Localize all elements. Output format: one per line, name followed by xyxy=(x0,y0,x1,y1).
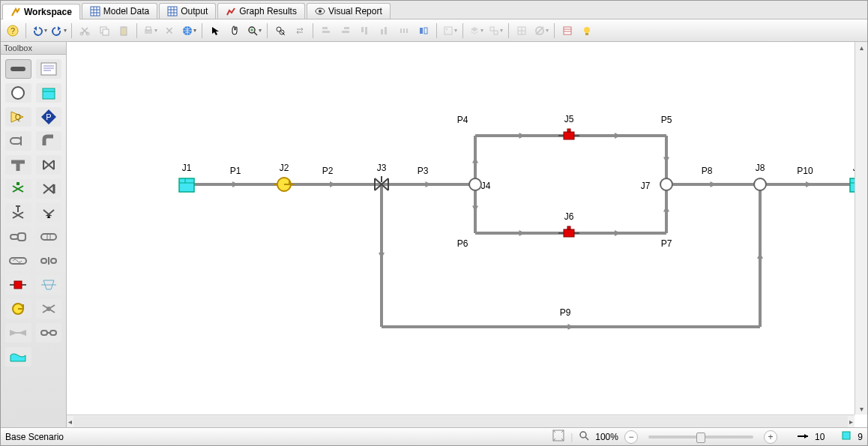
svg-rect-30 xyxy=(322,27,328,29)
scroll-track[interactable] xyxy=(73,416,848,427)
separator xyxy=(71,23,72,38)
junction-J1[interactable]: J1 xyxy=(179,163,194,192)
tab-output[interactable]: Output xyxy=(159,3,216,19)
swap-icon[interactable] xyxy=(291,22,309,39)
svg-point-118 xyxy=(469,178,481,190)
svg-rect-58 xyxy=(41,63,56,75)
align-bottom-icon[interactable] xyxy=(376,22,394,39)
paste-icon[interactable] xyxy=(115,22,133,39)
group-icon[interactable]: ▾ xyxy=(486,22,504,39)
check-valve-tool[interactable] xyxy=(36,179,62,199)
align-top-icon[interactable] xyxy=(356,22,374,39)
junction-J6[interactable]: J6 xyxy=(558,211,579,237)
heat-exchanger-tool[interactable] xyxy=(5,251,31,271)
spray-tool[interactable] xyxy=(36,203,62,223)
lightbulb-icon[interactable] xyxy=(578,22,596,39)
separator-tool[interactable] xyxy=(36,323,62,343)
annotation-tool[interactable] xyxy=(36,59,62,79)
copy-icon[interactable] xyxy=(95,22,113,39)
svg-rect-32 xyxy=(344,27,349,29)
layers-icon[interactable]: ▾ xyxy=(467,22,485,39)
svg-rect-36 xyxy=(381,29,383,34)
venturi-tool[interactable] xyxy=(5,323,31,343)
control-valve-tool[interactable] xyxy=(5,179,31,199)
svg-rect-77 xyxy=(41,234,56,240)
globe-icon[interactable]: ▾ xyxy=(180,22,198,39)
junction-J5[interactable]: J5 xyxy=(558,114,579,139)
cut-icon[interactable] xyxy=(76,22,94,39)
dead-end-tool[interactable] xyxy=(5,131,31,151)
tee-tool[interactable] xyxy=(5,155,31,175)
align-left-icon[interactable] xyxy=(317,22,335,39)
svg-line-24 xyxy=(254,32,257,35)
scroll-down-icon[interactable]: ▾ xyxy=(858,403,865,415)
fit-icon[interactable] xyxy=(552,430,564,444)
tab-visual-report[interactable]: Visual Report xyxy=(307,3,391,19)
workspace-canvas[interactable]: P1P2P3P4P5P6P7P8P9P10J1J2J3J4J5J6J7J8J9 xyxy=(67,42,867,427)
weir-tool[interactable] xyxy=(5,347,31,367)
zoom-in-button[interactable]: + xyxy=(764,430,777,444)
junction-label-J5: J5 xyxy=(564,114,574,124)
svg-rect-41 xyxy=(420,28,423,34)
assigned-pressure-tool[interactable]: P xyxy=(36,107,62,127)
reservoir-tool[interactable] xyxy=(36,83,62,103)
pump-yellow-tool[interactable] xyxy=(5,299,31,319)
tab-workspace[interactable]: Workspace xyxy=(2,4,80,19)
zoom-in-icon[interactable]: ▾ xyxy=(245,22,263,39)
lock-icon[interactable]: ▾ xyxy=(532,22,550,39)
tab-label: Graph Results xyxy=(239,6,297,16)
elbow-tool[interactable] xyxy=(36,131,62,151)
zoom-slider[interactable] xyxy=(648,436,753,439)
pipe-tool[interactable] xyxy=(5,59,31,79)
align-right-icon[interactable] xyxy=(337,22,355,39)
tab-model-data[interactable]: Model Data xyxy=(82,3,157,19)
undo-icon[interactable]: ▾ xyxy=(30,22,48,39)
print-icon[interactable]: ▾ xyxy=(141,22,159,39)
tab-graph-results[interactable]: Graph Results xyxy=(217,3,305,19)
magnifier-icon[interactable] xyxy=(579,430,589,443)
zoom-out-button[interactable]: − xyxy=(624,430,638,444)
horizontal-scrollbar[interactable]: ◂ ▸ xyxy=(67,415,855,427)
svg-text:Q: Q xyxy=(15,113,21,121)
grid-small-icon[interactable] xyxy=(513,22,531,39)
area-change-tool[interactable] xyxy=(5,227,31,247)
branch-tool[interactable] xyxy=(5,83,31,103)
scroll-right-icon[interactable]: ▸ xyxy=(848,416,855,427)
distribute-icon[interactable] xyxy=(395,22,413,39)
svg-rect-80 xyxy=(10,258,26,264)
svg-rect-69 xyxy=(10,138,21,144)
junction-J8[interactable]: J8 xyxy=(754,163,766,190)
svg-rect-123 xyxy=(564,229,574,237)
assigned-flow-tool[interactable]: Q xyxy=(5,107,31,127)
svg-rect-43 xyxy=(444,27,452,34)
svg-rect-38 xyxy=(400,28,402,33)
snap-icon[interactable]: ▾ xyxy=(441,22,459,39)
pan-icon[interactable] xyxy=(226,22,244,39)
delete-icon[interactable]: ✕ xyxy=(160,22,178,39)
junction-label-J7: J7 xyxy=(641,181,651,191)
settings-icon[interactable] xyxy=(558,22,576,39)
workspace-icon xyxy=(10,7,21,17)
flip-icon[interactable] xyxy=(415,22,433,39)
svg-rect-109 xyxy=(179,178,194,192)
redo-icon[interactable]: ▾ xyxy=(49,22,67,39)
valve-tool[interactable] xyxy=(36,155,62,175)
scroll-up-icon[interactable]: ▴ xyxy=(858,42,865,53)
junction-J2[interactable]: J2 xyxy=(274,163,295,191)
scroll-left-icon[interactable]: ◂ xyxy=(67,416,73,427)
vertical-scrollbar[interactable]: ▴ ▾ xyxy=(855,42,867,415)
junction-J4[interactable]: J4 xyxy=(469,178,491,191)
general-component-tool[interactable] xyxy=(36,227,62,247)
svg-rect-37 xyxy=(385,27,387,34)
orifice-tool[interactable] xyxy=(36,251,62,271)
junction-J7[interactable]: J7 xyxy=(641,178,672,191)
help-icon[interactable]: ? xyxy=(4,22,22,39)
find-icon[interactable] xyxy=(271,22,289,39)
screen-tool[interactable] xyxy=(36,275,62,295)
pipe-label-P5: P5 xyxy=(661,115,672,125)
relief-valve-tool[interactable] xyxy=(5,203,31,223)
pump-red-tool[interactable] xyxy=(5,275,31,295)
arrow-icon[interactable] xyxy=(206,22,224,39)
turbine-tool[interactable] xyxy=(36,299,62,319)
separator xyxy=(202,23,202,38)
